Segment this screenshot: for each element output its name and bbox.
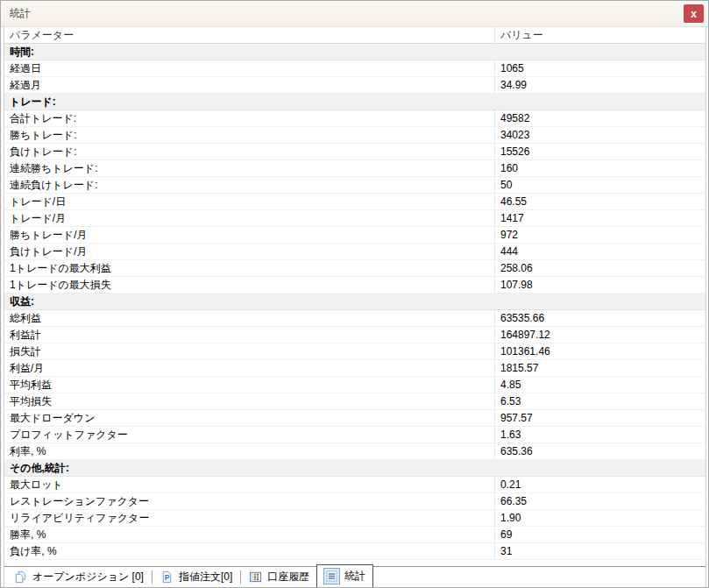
statistics-table: パラメーター バリュー 時間:経過日1065経過月34.99トレード:合計トレー… xyxy=(4,27,705,560)
param-value: 31 xyxy=(495,543,705,559)
tab-separator xyxy=(240,570,241,584)
table-row[interactable]: 合計トレード:49582 xyxy=(4,110,705,127)
param-label: 連続負けトレード: xyxy=(4,177,495,193)
param-value: 1065 xyxy=(495,60,705,76)
param-label: 経過月 xyxy=(4,77,495,93)
table-row[interactable]: 利益/月1815.57 xyxy=(4,360,705,377)
section-row[interactable]: その他,統計: xyxy=(4,460,705,477)
param-label: トレード: xyxy=(4,94,495,110)
section-row[interactable]: トレード: xyxy=(4,94,705,110)
param-label: プロフィットファクター xyxy=(4,427,495,443)
table-row[interactable]: 経過日1065 xyxy=(4,60,705,77)
param-label: 負けトレード/月 xyxy=(4,244,495,259)
param-value: 258.06 xyxy=(495,260,705,276)
param-value: 50 xyxy=(495,177,705,193)
svg-text:P: P xyxy=(165,573,170,582)
param-value: 957.57 xyxy=(495,410,705,426)
table-row[interactable]: 利率, %635.36 xyxy=(4,443,705,460)
panel-titlebar: 統計 x xyxy=(1,1,708,27)
param-value: 1.90 xyxy=(495,510,705,526)
section-row[interactable]: 収益: xyxy=(4,294,705,310)
param-value xyxy=(495,294,705,309)
param-value: 46.55 xyxy=(495,194,705,209)
table-row[interactable]: 負けトレード/月444 xyxy=(4,244,705,260)
tab-open-positions[interactable]: オープンポジション [0] xyxy=(7,567,151,587)
param-value: 635.36 xyxy=(495,443,705,459)
param-label: 総利益 xyxy=(4,310,495,326)
param-label: 損失計 xyxy=(4,344,495,359)
panel-title: 統計 xyxy=(10,6,31,21)
table-row[interactable]: 1トレードの最大利益258.06 xyxy=(4,260,705,277)
table-row[interactable]: プロフィットファクター1.63 xyxy=(4,427,705,443)
param-label: 負け率, % xyxy=(4,543,495,559)
param-value: 15526 xyxy=(495,144,705,159)
close-button[interactable]: x xyxy=(684,4,704,23)
statistics-panel: 統計 x パラメーター バリュー 時間:経過日1065経過月34.99トレード:… xyxy=(0,0,709,588)
table-row[interactable]: 平均利益4.85 xyxy=(4,377,705,393)
param-label: 平均損失 xyxy=(4,393,495,409)
table-row[interactable]: 連続勝ちトレード:160 xyxy=(4,160,705,177)
param-value xyxy=(495,44,705,60)
param-label: 時間: xyxy=(4,44,495,60)
param-label: 平均利益 xyxy=(4,377,495,393)
documents-icon xyxy=(14,570,27,584)
table-row[interactable]: 勝率, %69 xyxy=(4,527,705,543)
param-value: 164897.12 xyxy=(495,327,705,343)
param-value: 63535.66 xyxy=(495,310,705,326)
tab-separator xyxy=(152,570,152,584)
param-label: 連続勝ちトレード: xyxy=(4,160,495,176)
table-row[interactable]: リライアビリティファクター1.90 xyxy=(4,510,705,527)
table-row[interactable]: 経過月34.99 xyxy=(4,77,705,94)
table-row[interactable]: 1トレードの最大損失107.98 xyxy=(4,277,705,294)
table-row[interactable]: 勝ちトレード/月972 xyxy=(4,227,705,244)
param-value: 34023 xyxy=(495,127,705,143)
param-value xyxy=(495,94,705,110)
param-label: 最大ドローダウン xyxy=(4,410,495,426)
page-p-icon: P xyxy=(160,570,174,584)
table-row[interactable]: 連続負けトレード:50 xyxy=(4,177,705,194)
table-header-row: パラメーター バリュー xyxy=(4,27,705,44)
param-value: 34.99 xyxy=(495,77,705,93)
param-value xyxy=(495,460,705,476)
param-label: 合計トレード: xyxy=(4,110,495,126)
table-row[interactable]: 負けトレード:15526 xyxy=(4,144,705,160)
table-row[interactable]: 勝ちトレード:34023 xyxy=(4,127,705,144)
table-row[interactable]: 最大ロット0.21 xyxy=(4,477,705,493)
param-value: 1417 xyxy=(495,210,705,226)
table-row[interactable]: トレード/月1417 xyxy=(4,210,705,227)
param-label: トレード/日 xyxy=(4,194,495,209)
param-value: 49582 xyxy=(495,110,705,126)
param-label: 勝率, % xyxy=(4,527,495,542)
param-value: 1.63 xyxy=(495,427,705,443)
table-row[interactable]: 負け率, %31 xyxy=(4,543,705,560)
param-label: 収益: xyxy=(4,294,495,309)
column-header-parameter[interactable]: パラメーター xyxy=(4,27,495,43)
tab-statistics[interactable]: 統計 xyxy=(316,564,373,587)
tab-label: 口座履歴 xyxy=(267,570,309,584)
table-row[interactable]: トレード/日46.55 xyxy=(4,194,705,210)
param-value: 4.85 xyxy=(495,377,705,393)
param-label: 利率, % xyxy=(4,443,495,459)
list-lines-icon xyxy=(324,569,339,584)
tab-account-history[interactable]: 口座履歴 xyxy=(242,567,316,587)
param-value: 0.21 xyxy=(495,477,705,492)
param-value: 1815.57 xyxy=(495,360,705,376)
tab-pending-orders[interactable]: P指値注文[0] xyxy=(153,567,239,587)
param-label: 負けトレード: xyxy=(4,144,495,159)
param-label: 最大ロット xyxy=(4,477,495,492)
grid-table-icon xyxy=(249,570,262,584)
section-row[interactable]: 時間: xyxy=(4,44,705,60)
table-row[interactable]: 最大ドローダウン957.57 xyxy=(4,410,705,427)
param-value: 6.53 xyxy=(495,393,705,409)
tab-label: 統計 xyxy=(344,569,365,584)
param-label: その他,統計: xyxy=(4,460,495,476)
param-label: 1トレードの最大利益 xyxy=(4,260,495,276)
column-header-value[interactable]: バリュー xyxy=(495,27,705,43)
param-label: 勝ちトレード: xyxy=(4,127,495,143)
table-row[interactable]: レストレーションファクター66.35 xyxy=(4,493,705,510)
param-label: 勝ちトレード/月 xyxy=(4,227,495,243)
table-row[interactable]: 総利益63535.66 xyxy=(4,310,705,327)
table-row[interactable]: 平均損失6.53 xyxy=(4,393,705,410)
table-row[interactable]: 損失計101361.46 xyxy=(4,344,705,360)
table-row[interactable]: 利益計164897.12 xyxy=(4,327,705,344)
